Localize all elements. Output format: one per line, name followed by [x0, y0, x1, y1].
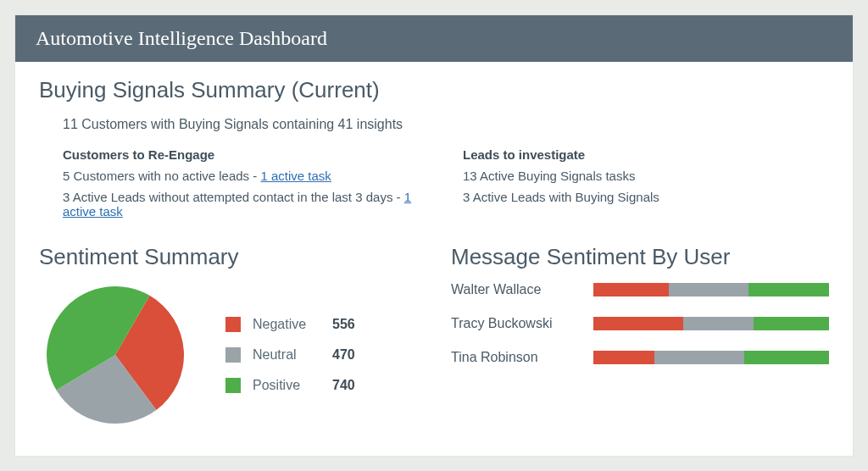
- sentiment-legend: Negative 556 Neutral 470 Positive 740: [225, 317, 355, 393]
- sentiment-body: Negative 556 Neutral 470 Positive 740: [39, 279, 417, 431]
- reengage-column: Customers to Re-Engage 5 Customers with …: [39, 147, 429, 225]
- legend-value-neutral: 470: [332, 347, 355, 363]
- bar-seg-positive: [748, 283, 829, 296]
- bar-seg-negative: [593, 317, 683, 330]
- buying-columns: Customers to Re-Engage 5 Customers with …: [39, 147, 829, 225]
- bar-seg-positive: [754, 317, 829, 330]
- by-user-panel: Message Sentiment By User Walter Wallace…: [451, 244, 829, 431]
- header-title: Automotive Intelligence Dashboard: [36, 27, 327, 49]
- user-name: Walter Wallace: [451, 282, 578, 297]
- user-row: Tracy Buckowski: [451, 316, 829, 331]
- user-sentiment-bar: [593, 351, 829, 364]
- user-name: Tracy Buckowski: [451, 316, 578, 331]
- swatch-positive-icon: [225, 378, 241, 393]
- reengage-line-1: 5 Customers with no active leads - 1 act…: [63, 169, 429, 183]
- user-rows: Walter Wallace Tracy Buckowski: [451, 282, 829, 365]
- content-area: Buying Signals Summary (Current) 11 Cust…: [15, 62, 853, 456]
- legend-row-neutral: Neutral 470: [225, 347, 355, 363]
- legend-value-positive: 740: [332, 378, 355, 393]
- legend-label-positive: Positive: [253, 378, 320, 393]
- legend-label-negative: Negative: [253, 317, 320, 332]
- legend-value-negative: 556: [332, 317, 355, 332]
- dashboard-card: Automotive Intelligence Dashboard Buying…: [15, 15, 853, 456]
- lower-panels: Sentiment Summary Negative 556 Neu: [39, 244, 829, 431]
- buying-signals-title: Buying Signals Summary (Current): [39, 77, 829, 103]
- reengage-line-2: 3 Active Leads without attempted contact…: [63, 190, 429, 219]
- bar-seg-negative: [593, 351, 654, 364]
- user-row: Tina Robinson: [451, 350, 829, 365]
- legend-row-positive: Positive 740: [225, 378, 355, 393]
- header-bar: Automotive Intelligence Dashboard: [15, 15, 853, 62]
- bar-seg-positive: [744, 351, 829, 364]
- swatch-negative-icon: [225, 317, 241, 332]
- investigate-heading: Leads to investigate: [463, 147, 829, 162]
- bar-seg-neutral: [683, 317, 754, 330]
- bar-seg-negative: [593, 283, 669, 296]
- bar-seg-neutral: [669, 283, 749, 296]
- buying-signals-summary: 11 Customers with Buying Signals contain…: [63, 117, 829, 132]
- investigate-column: Leads to investigate 13 Active Buying Si…: [463, 147, 829, 225]
- user-sentiment-bar: [593, 317, 829, 330]
- sentiment-pie-chart: [39, 279, 192, 431]
- swatch-neutral-icon: [225, 347, 241, 363]
- bar-seg-neutral: [654, 351, 744, 364]
- by-user-title: Message Sentiment By User: [451, 244, 829, 270]
- investigate-line-2: 3 Active Leads with Buying Signals: [463, 190, 829, 204]
- legend-label-neutral: Neutral: [253, 347, 320, 363]
- reengage-heading: Customers to Re-Engage: [63, 147, 429, 162]
- user-name: Tina Robinson: [451, 350, 578, 365]
- reengage-line-1-text: 5 Customers with no active leads -: [63, 169, 260, 183]
- user-sentiment-bar: [593, 283, 829, 296]
- user-row: Walter Wallace: [451, 282, 829, 297]
- reengage-line-2-text: 3 Active Leads without attempted contact…: [63, 190, 404, 204]
- investigate-line-1: 13 Active Buying Signals tasks: [463, 169, 829, 183]
- legend-row-negative: Negative 556: [225, 317, 355, 332]
- sentiment-panel: Sentiment Summary Negative 556 Neu: [39, 244, 417, 431]
- reengage-task-link-1[interactable]: 1 active task: [260, 169, 331, 183]
- sentiment-title: Sentiment Summary: [39, 244, 417, 270]
